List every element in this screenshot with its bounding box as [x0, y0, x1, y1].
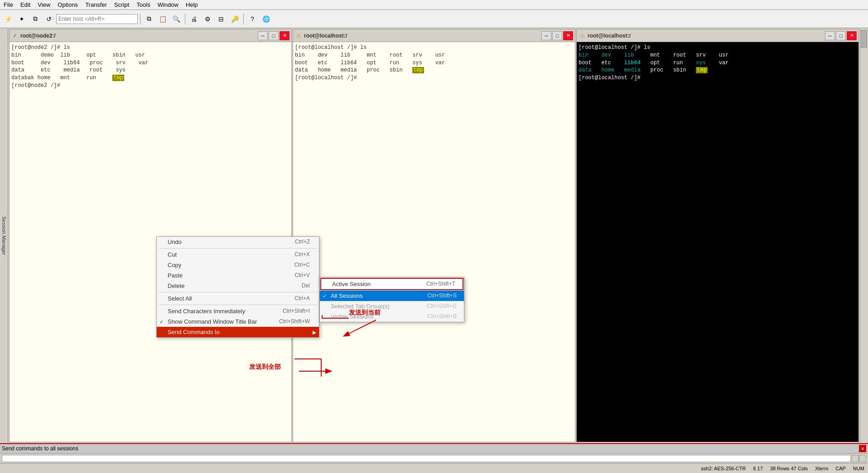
panel2-line2: bin dev lib mnt root srv usr [295, 52, 573, 59]
sub-selected-tab-label: Selected Tab Group(s) [331, 303, 390, 310]
ctx-undo-label: Undo [168, 239, 182, 245]
ctx-cut[interactable]: Cut Ctrl+X [157, 249, 319, 260]
right-scrollbar[interactable] [860, 29, 867, 442]
sep1 [140, 14, 140, 24]
panel3-content[interactable]: [root@localhost /]# ls bin dev lib mnt r… [577, 42, 858, 442]
ctx-send-chars-shortcut: Ctrl+Shift+I [283, 308, 310, 315]
toolbar-copy-session[interactable]: ⧉ [29, 13, 42, 25]
panel3-close[interactable]: ✕ [847, 31, 857, 40]
panel2-title: root@localhost:/ [304, 33, 540, 39]
status-caps: CAP [835, 466, 846, 471]
titlebar-3: ⚠ root@localhost:/ ─ □ ✕ [577, 29, 858, 42]
command-bar-scroll-down[interactable] [859, 455, 866, 462]
panel3-title: root@localhost:/ [588, 33, 824, 39]
ctx-send-chars[interactable]: Send Characters Immediately Ctrl+Shift+I [157, 306, 319, 316]
status-session: ssh2: AES-256-CTR [701, 466, 746, 471]
panel3-line3: boot etc lib64 opt run sys var [579, 59, 857, 67]
ctx-sep1 [159, 248, 317, 248]
sub-selected-tab: Selected Tab Group(s) Ctrl+Shift+G [320, 301, 464, 311]
toolbar-new-session[interactable]: ✦ [15, 13, 28, 25]
panel3-line4: data home media proc sbin tmp [579, 67, 857, 74]
panel1-line5: databak home mnt run tmp [11, 74, 289, 82]
ctx-show-title-bar[interactable]: ✓ Show Command Window Title Bar Ctrl+Shi… [157, 316, 319, 327]
terminal-panel-2: ⚠ root@localhost:/ ─ □ ✕ [root@localhost… [293, 29, 575, 442]
ctx-undo[interactable]: Undo Ctrl+Z [157, 237, 319, 247]
ctx-send-commands-label: Send Commands to [168, 329, 220, 335]
sub-active-label: Active Session [332, 281, 371, 287]
toolbar-lightning[interactable]: ⚡ [2, 13, 14, 25]
ctx-delete[interactable]: Delete Del [157, 281, 319, 291]
ctx-send-chars-label: Send Characters Immediately [168, 308, 245, 315]
ctx-show-title-shortcut: Ctrl+Shift+W [279, 318, 310, 325]
toolbar-find[interactable]: 🔍 [170, 13, 183, 25]
menu-help[interactable]: Help [182, 0, 202, 9]
sub-visible-label: Visible Sessions [331, 313, 373, 320]
panel1-minimize[interactable]: ─ [258, 31, 268, 40]
panel3-minimize[interactable]: ─ [825, 31, 835, 40]
sub-all-sessions[interactable]: ✓ All Sessions Ctrl+Shift+S [320, 291, 464, 301]
sub-all-shortcut: Ctrl+Shift+S [427, 292, 457, 299]
toolbar-web[interactable]: 🌐 [260, 13, 272, 25]
panel2-line4: data home media proc sbin tmp [295, 67, 573, 74]
toolbar-print[interactable]: 🖨 [188, 13, 200, 25]
host-input[interactable] [56, 14, 138, 24]
ctx-select-all[interactable]: Select All Ctrl+A [157, 293, 319, 304]
ctx-sep3 [159, 305, 317, 305]
panel2-line1: [root@localhost /]# ls [295, 44, 573, 52]
panel3-maximize[interactable]: □ [836, 31, 846, 40]
titlebar-2: ⚠ root@localhost:/ ─ □ ✕ [293, 29, 575, 42]
menu-file[interactable]: File [0, 0, 17, 9]
ctx-show-title-checkmark: ✓ [159, 319, 164, 325]
menu-view[interactable]: View [34, 0, 54, 9]
toolbar-map[interactable]: ⊟ [215, 13, 227, 25]
panel1-maximize[interactable]: □ [269, 31, 279, 40]
panel1-close[interactable]: ✕ [280, 31, 289, 40]
panel2-content[interactable]: [root@localhost /]# ls bin dev lib mnt r… [293, 42, 575, 442]
menu-bar: File Edit View Options Transfer Script T… [0, 0, 868, 10]
sep3 [243, 14, 244, 24]
command-bar-container: Send commands to all sessions ✕ [0, 443, 868, 463]
status-dimensions: 38 Rows 47 Cols [770, 466, 808, 471]
panel1-line4: data etc media root sys [11, 67, 289, 74]
status-size: 6 17 [753, 466, 762, 471]
status-num: NUM [853, 466, 864, 471]
panel3-icon: ⚠ [579, 32, 586, 39]
menu-window[interactable]: Window [154, 0, 182, 9]
ctx-arrow-icon: ▶ [313, 329, 316, 335]
toolbar-reconnect[interactable]: ↺ [43, 13, 55, 25]
toolbar-settings[interactable]: ⚙ [201, 13, 214, 25]
menu-edit[interactable]: Edit [17, 0, 34, 9]
panel3-line5: [root@localhost /]# [579, 74, 857, 82]
session-manager-label: Session Manager [1, 216, 7, 255]
command-bar-input[interactable] [2, 455, 851, 462]
sub-visible-sessions: Visible Sessions Ctrl+Shift+B [320, 311, 464, 322]
menu-options[interactable]: Options [54, 0, 82, 9]
toolbar-key[interactable]: 🔑 [228, 13, 241, 25]
menu-tools[interactable]: Tools [133, 0, 154, 9]
panel2-close[interactable]: ✕ [563, 31, 573, 40]
menu-script[interactable]: Script [111, 0, 133, 9]
status-bar: ssh2: AES-256-CTR 6 17 38 Rows 47 Cols X… [0, 463, 868, 473]
ctx-paste[interactable]: Paste Ctrl+V [157, 270, 319, 281]
panel1-line1: [root@node2 /]# ls [11, 44, 289, 52]
ctx-paste-label: Paste [168, 272, 183, 279]
ctx-copy[interactable]: Copy Ctrl+C [157, 260, 319, 270]
toolbar-help[interactable]: ? [246, 13, 259, 25]
ctx-delete-shortcut: Del [302, 282, 310, 289]
panel2-maximize[interactable]: □ [552, 31, 562, 40]
sub-selected-tab-shortcut: Ctrl+Shift+G [427, 303, 457, 310]
panel2-line3: boot etc lib64 opt run sys var [295, 59, 573, 67]
ctx-select-all-label: Select All [168, 295, 192, 302]
session-manager-sidebar[interactable]: Session Manager [0, 28, 8, 443]
toolbar-paste[interactable]: 📋 [156, 13, 169, 25]
scrollbar-thumb[interactable] [861, 30, 867, 48]
panel2-minimize[interactable]: ─ [541, 31, 551, 40]
command-bar-scroll-up[interactable] [852, 455, 859, 462]
panel3-line1: [root@localhost /]# ls [579, 44, 857, 52]
panel2-line5: [root@localhost /]# [295, 74, 573, 82]
ctx-send-commands[interactable]: Send Commands to ▶ [157, 327, 319, 337]
toolbar-copy[interactable]: ⧉ [143, 13, 155, 25]
command-bar-close[interactable]: ✕ [859, 445, 866, 452]
sub-active-session[interactable]: Active Session Ctrl+Shift+T [320, 278, 463, 290]
menu-transfer[interactable]: Transfer [82, 0, 111, 9]
